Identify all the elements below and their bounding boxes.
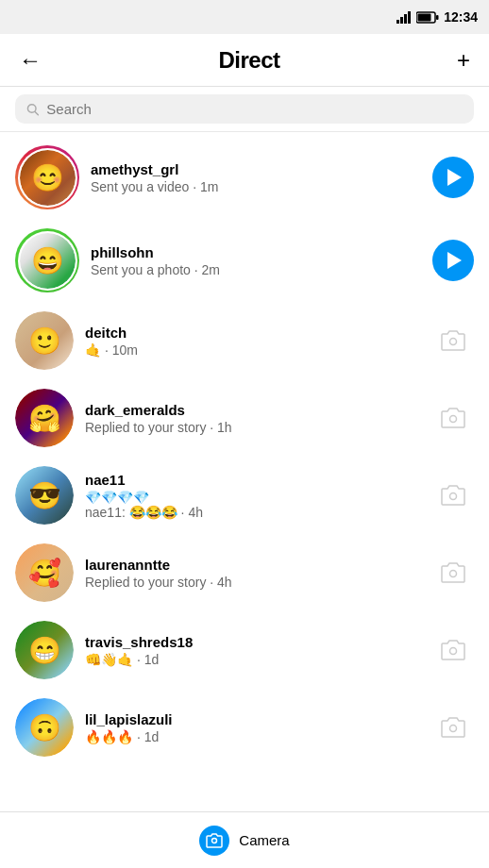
message-preview: Replied to your story · 1h bbox=[85, 420, 421, 435]
avatar: 🙂 bbox=[15, 311, 74, 370]
svg-point-14 bbox=[450, 726, 457, 732]
message-username: dark_emeralds bbox=[85, 402, 421, 418]
divider bbox=[0, 131, 489, 132]
svg-point-13 bbox=[450, 648, 457, 655]
message-info: laurenanntte Replied to your story · 4h bbox=[85, 557, 421, 590]
list-item[interactable]: 🥰 laurenanntte Replied to your story · 4… bbox=[0, 534, 489, 611]
message-username: amethyst_grl bbox=[91, 161, 421, 177]
add-button[interactable]: + bbox=[453, 43, 474, 77]
list-item[interactable]: 🙃 lil_lapislazuli 🔥🔥🔥 · 1d bbox=[0, 689, 489, 766]
message-preview: 👊👋🤙 · 1d bbox=[85, 652, 421, 667]
message-preview-line2: nae11: 😂😂😂 · 4h bbox=[85, 505, 421, 520]
play-button[interactable] bbox=[432, 157, 474, 198]
message-info: dark_emeralds Replied to your story · 1h bbox=[85, 402, 421, 435]
svg-rect-6 bbox=[436, 15, 439, 20]
message-info: deitch 🤙 · 10m bbox=[85, 325, 421, 358]
page-title: Direct bbox=[218, 47, 279, 74]
list-item[interactable]: 🙂 deitch 🤙 · 10m bbox=[0, 302, 489, 379]
svg-line-8 bbox=[35, 111, 38, 114]
camera-icon bbox=[206, 833, 223, 848]
message-username: travis_shreds18 bbox=[85, 634, 421, 650]
list-item[interactable]: 😎 nae11 💎💎💎💎 nae11: 😂😂😂 · 4h bbox=[0, 457, 489, 534]
signal-icon bbox=[396, 10, 412, 24]
search-input[interactable] bbox=[46, 101, 463, 117]
message-info: travis_shreds18 👊👋🤙 · 1d bbox=[85, 634, 421, 667]
camera-bottom-icon bbox=[199, 826, 229, 856]
message-username: deitch bbox=[85, 325, 421, 341]
camera-action-icon[interactable] bbox=[432, 629, 474, 671]
svg-rect-3 bbox=[408, 11, 411, 24]
status-time: 12:34 bbox=[444, 9, 478, 25]
message-info: lil_lapislazuli 🔥🔥🔥 · 1d bbox=[85, 711, 421, 744]
message-info: phillsohn Sent you a photo · 2m bbox=[91, 244, 421, 277]
avatar: 🥰 bbox=[15, 543, 74, 602]
svg-rect-5 bbox=[418, 13, 431, 21]
message-username: lil_lapislazuli bbox=[85, 711, 421, 727]
search-bar bbox=[0, 87, 489, 131]
search-wrapper bbox=[15, 94, 474, 124]
message-preview: Sent you a video · 1m bbox=[91, 179, 421, 194]
avatar: 😄 bbox=[15, 228, 79, 292]
message-preview: Replied to your story · 4h bbox=[85, 575, 421, 590]
message-preview: Sent you a photo · 2m bbox=[91, 262, 421, 277]
list-item[interactable]: 😊 amethyst_grl Sent you a video · 1m bbox=[0, 136, 489, 219]
message-username: nae11 bbox=[85, 472, 421, 488]
avatar: 😊 bbox=[15, 145, 79, 209]
message-username: phillsohn bbox=[91, 244, 421, 260]
play-button[interactable] bbox=[432, 240, 474, 281]
avatar: 🤗 bbox=[15, 389, 74, 447]
message-preview: 🤙 · 10m bbox=[85, 342, 421, 358]
svg-rect-0 bbox=[396, 20, 399, 24]
avatar: 😎 bbox=[15, 466, 74, 525]
message-info: nae11 💎💎💎💎 nae11: 😂😂😂 · 4h bbox=[85, 472, 421, 520]
message-username: laurenanntte bbox=[85, 557, 421, 573]
avatar: 😁 bbox=[15, 621, 74, 679]
search-icon bbox=[26, 103, 39, 116]
svg-point-10 bbox=[450, 416, 457, 423]
camera-label: Camera bbox=[239, 832, 289, 848]
camera-action-icon[interactable] bbox=[432, 552, 474, 593]
camera-action-icon[interactable] bbox=[432, 320, 474, 361]
list-item[interactable]: 🤗 dark_emeralds Replied to your story · … bbox=[0, 379, 489, 457]
battery-icon bbox=[416, 11, 439, 24]
svg-rect-1 bbox=[400, 17, 403, 24]
svg-point-9 bbox=[450, 339, 457, 345]
list-item[interactable]: 😄 phillsohn Sent you a photo · 2m bbox=[0, 219, 489, 302]
camera-action-icon[interactable] bbox=[432, 397, 474, 439]
message-preview: 🔥🔥🔥 · 1d bbox=[85, 729, 421, 744]
message-preview-line1: 💎💎💎💎 bbox=[85, 490, 421, 505]
bottom-bar[interactable]: Camera bbox=[0, 811, 489, 868]
status-bar: 12:34 bbox=[0, 0, 489, 34]
svg-point-12 bbox=[450, 571, 457, 577]
header: ← Direct + bbox=[0, 34, 489, 87]
list-item[interactable]: 😁 travis_shreds18 👊👋🤙 · 1d bbox=[0, 611, 489, 689]
svg-point-15 bbox=[212, 838, 217, 843]
back-button[interactable]: ← bbox=[15, 43, 45, 77]
avatar: 🙃 bbox=[15, 698, 74, 757]
status-icons: 12:34 bbox=[396, 9, 478, 25]
svg-point-11 bbox=[450, 493, 457, 500]
svg-rect-2 bbox=[404, 14, 407, 24]
camera-action-icon[interactable] bbox=[432, 707, 474, 748]
message-info: amethyst_grl Sent you a video · 1m bbox=[91, 161, 421, 194]
message-list: 😊 amethyst_grl Sent you a video · 1m 😄 bbox=[0, 136, 489, 766]
camera-action-icon[interactable] bbox=[432, 475, 474, 516]
